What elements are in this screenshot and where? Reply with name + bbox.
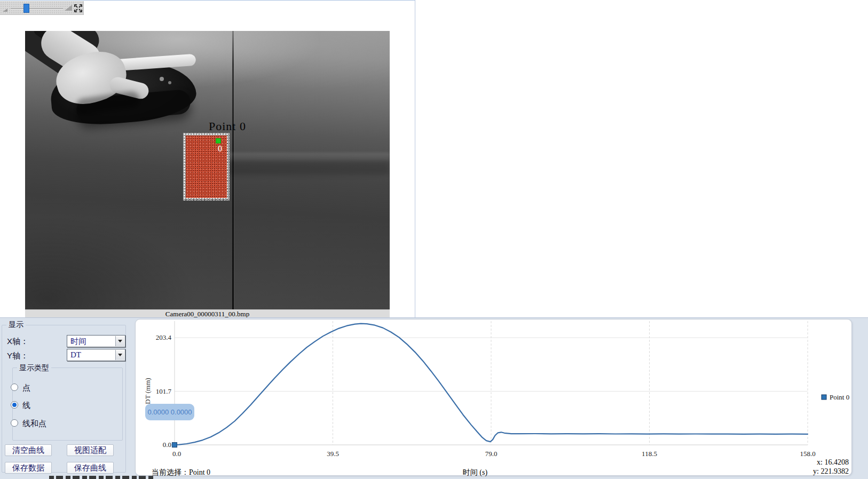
camera-view-panel: 0 Point 0 Camera00_00000311_00.bmp [0,0,415,317]
measurement-point-index: 0 [215,144,225,154]
display-type-radio-1[interactable]: 点 [0,383,128,393]
handle-screw [160,77,164,81]
y-axis-select-value: DT [70,350,81,360]
reflection-highlight [209,153,390,161]
selected-point-marker[interactable] [172,443,177,448]
y-tick-label: 203.4 [156,333,172,341]
clipped-text-artifact [49,476,154,479]
x-axis-select-label: X轴： [7,337,28,347]
save-data-button[interactable]: 保存数据 [5,462,52,474]
y-axis-select-label: Y轴： [7,351,28,361]
radio-icon[interactable] [11,384,18,391]
zoom-in-icon[interactable] [65,5,72,11]
current-selection-status: 当前选择：Point 0 [152,468,210,477]
image-caption: Camera00_00000311_00.bmp [25,309,390,318]
radio-label: 线 [22,401,30,411]
fit-view-button[interactable]: 视图适配 [67,444,114,456]
point-label: Point 0 [209,119,246,133]
application-window: 0 Point 0 Camera00_00000311_00.bmp z x y… [0,0,868,479]
contour-view-panel: z x y 081625334149586674-20-14-8-2410162… [416,0,868,317]
x-tick-label: 79.0 [485,450,498,458]
x-tick-label: 39.5 [327,450,339,458]
x-axis-select[interactable]: 时间 [67,335,125,347]
legend-marker[interactable] [822,395,826,400]
origin-value-tooltip: 0.0000 0.0000 [145,404,194,420]
display-type-radio-3[interactable]: 线和点 [0,419,128,428]
speckle-roi-border[interactable] [183,133,230,201]
x-tick-label: 118.5 [642,450,657,458]
radio-icon[interactable] [11,419,18,427]
y-tick-label: 101.7 [156,387,172,395]
radio-label: 线和点 [22,419,46,429]
x-tick-label: 0.0 [172,450,181,458]
image-zoom-toolbar [0,1,84,15]
chevron-down-icon[interactable] [115,336,124,346]
zoom-out-icon[interactable] [3,9,7,12]
chart-x-axis-title: 时间 (s) [448,468,502,477]
y-tick-label: 0.0 [163,441,171,449]
x-tick-label: 158.0 [800,450,815,458]
zoom-slider-handle[interactable] [23,4,29,13]
camera-image[interactable]: 0 Point 0 [25,31,390,309]
radio-label: 点 [22,383,30,393]
plot-controls: 显示 X轴： 时间 Y轴： DT 显示类型 点线线和点 清空曲线视图适配保存数据… [0,318,128,479]
display-type-radio-2[interactable]: 线 [0,401,128,410]
chevron-down-icon[interactable] [115,350,124,360]
display-type-title: 显示类型 [17,363,51,373]
legend-label[interactable]: Point 0 [830,393,849,401]
cursor-x-readout: x: 16.4208 [774,458,849,467]
y-axis-select[interactable]: DT [67,349,125,361]
curve-panel: 显示 X轴： 时间 Y轴： DT 显示类型 点线线和点 清空曲线视图适配保存数据… [0,317,868,479]
display-group-title: 显示 [6,320,26,330]
save-curves-button[interactable]: 保存曲线 [67,462,114,474]
chart-y-axis-title: DT (mm) [144,378,152,404]
reflection-shadow [209,161,390,175]
measurement-point-marker[interactable] [216,138,221,143]
x-axis-select-value: 时间 [70,337,86,347]
clear-curves-button[interactable]: 清空曲线 [5,444,52,456]
radio-selected-icon[interactable] [11,401,18,409]
zoom-slider-track[interactable] [11,8,63,9]
fullscreen-icon[interactable] [74,4,83,13]
cursor-y-readout: y: 221.9382 [774,467,849,476]
handle-screw [168,81,171,84]
dt-time-chart[interactable]: 0.0101.7203.40.039.579.0118.5158.0DT (mm… [135,319,852,476]
